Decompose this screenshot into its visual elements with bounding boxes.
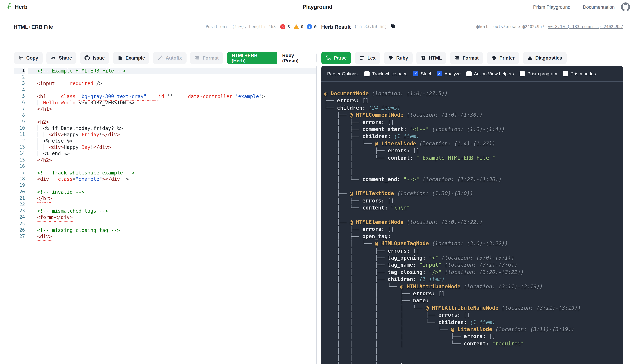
checkbox-checked-icon[interactable]: ✓ [437, 71, 442, 76]
editor-panel-title: HTML+ERB File [14, 24, 53, 30]
lex-button[interactable]: Lex [355, 52, 380, 64]
parser-option-track-whitespace[interactable]: Track whitespace [365, 71, 407, 76]
line-number: 2 [14, 74, 25, 80]
herb-playground-app: Herb Playground Prism Playground → Docum… [0, 0, 635, 364]
format-button[interactable]: Format [190, 52, 223, 64]
indent-guide [37, 125, 43, 131]
code-line: <!-- missing closing tag --> [28, 227, 316, 233]
code-line: <div>Happy Day!</div> [28, 144, 316, 150]
tree-line: │ │ └── @ HTMLOpenTagNode (location: (3:… [324, 240, 623, 247]
line-number: 23 [14, 208, 25, 214]
button-label: Format [463, 55, 479, 60]
code-line: <!-- invalid --> [28, 189, 316, 195]
indent-guide [37, 151, 43, 156]
code-line: </h2> [28, 157, 316, 163]
tree-line: │ │ │ │ ├── errors: [] [324, 333, 623, 340]
printer-button[interactable]: Printer [487, 52, 519, 64]
tree-line: │ │ ├── children: (1 item) [324, 276, 623, 283]
tree-line: │ [324, 183, 623, 190]
tree-line: ├── @ HTMLTextNode (location: (1:30)-(3:… [324, 190, 623, 197]
warning-count: 0 [301, 24, 303, 29]
editor-status: Position: (1:0), Length: 463 ✕ 5 ! 0 i 0 [206, 24, 316, 29]
tree-line: │ │ │ [324, 347, 623, 354]
html-button[interactable]: 5HTML [416, 52, 447, 64]
version-info: @herb-tools/browser@2402c957 v0.8.10 (+1… [476, 24, 623, 29]
button-label: Diagnostics [535, 55, 562, 60]
tree-line: ├── errors: [] [324, 97, 623, 104]
button-label: Parse [334, 55, 347, 60]
github-icon[interactable] [621, 2, 630, 12]
line-number: 20 [14, 189, 25, 195]
format-icon [195, 55, 200, 60]
button-label: Share [59, 55, 72, 60]
format-button[interactable]: Format [450, 52, 483, 64]
line-number: 4 [14, 87, 25, 93]
tab-html-erb-herb[interactable]: HTML+ERB (Herb) [227, 52, 277, 64]
checkbox-unchecked-icon[interactable] [365, 71, 370, 76]
tree-line: │ │ [324, 162, 623, 169]
option-label: Track whitespace [372, 71, 407, 76]
issue-button[interactable]: Issue [80, 52, 109, 64]
button-label: Lex [368, 55, 376, 60]
wand-icon [158, 55, 163, 60]
result-panel-header: Herb Result (in 33.00 ms) @herb-tools/br… [321, 22, 623, 31]
parser-option-prism-program[interactable]: Prism program [520, 71, 557, 76]
line-number: 12 [14, 138, 25, 144]
copy-button[interactable]: Copy [14, 52, 43, 64]
prism-playground-link[interactable]: Prism Playground → [533, 4, 577, 10]
code-line [28, 220, 316, 227]
checkbox-unchecked-icon[interactable] [520, 71, 525, 76]
ruby-button[interactable]: Ruby [384, 52, 413, 64]
line-number: 8 [14, 112, 25, 118]
file-icon [117, 55, 123, 60]
line-number: 22 [14, 202, 25, 208]
parser-option-action-view-helpers[interactable]: Action View helpers [466, 71, 514, 76]
parser-option-analyze[interactable]: ✓Analyze [437, 71, 461, 76]
position-label: Position: [206, 24, 228, 29]
version-link[interactable]: v0.8.10 (+183 commits) 2402c957 [548, 24, 623, 29]
parse-button[interactable]: Parse [321, 52, 351, 64]
copy-icon [391, 24, 396, 30]
header-links: Prism Playground → Documentation [533, 0, 630, 14]
tree-line: │ │ │ │ └── children: (1 item) [324, 319, 623, 326]
github-icon [85, 55, 90, 60]
tree-line: │ └── comment_end: "-->" (location: (1:2… [324, 176, 623, 183]
code-line: </h1> [28, 106, 316, 112]
checkbox-unchecked-icon[interactable] [466, 71, 472, 76]
parser-options-list: Track whitespace✓Strict✓AnalyzeAction Vi… [365, 71, 596, 76]
parser-option-strict[interactable]: ✓Strict [413, 71, 431, 76]
tree-line: │ │ │ │ └── @ HTMLAttributeNameNode (loc… [324, 304, 623, 312]
example-button[interactable]: Example [113, 52, 150, 64]
code-line: <% else %> [28, 138, 316, 144]
parser-option-prism-nodes[interactable]: Prism nodes [563, 71, 596, 76]
code-editor[interactable]: 1234567891011121314151617181920212223242… [14, 66, 316, 364]
checkbox-checked-icon[interactable]: ✓ [413, 71, 418, 76]
ast-tree: @ DocumentNode (location: (1:0)-(27:5))├… [321, 82, 623, 364]
tab-ruby-prism[interactable]: Ruby (Prism) [277, 52, 316, 64]
documentation-link[interactable]: Documentation [583, 4, 615, 10]
tree-line: │ │ ├── tag_closing: "/>" (location: (3:… [324, 269, 623, 276]
button-label: Printer [499, 55, 515, 60]
indent-guide [37, 138, 43, 144]
checkbox-unchecked-icon[interactable] [563, 71, 568, 76]
tree-line: │ ├── errors: [] [324, 197, 623, 204]
code-line: <h2> [28, 118, 316, 125]
code-line [28, 182, 316, 189]
parser-options-label: Parser Options: [327, 71, 359, 76]
tree-line: │ │ │ └── @ HTMLAttributeNode (location:… [324, 283, 623, 290]
info-badge: i 0 [307, 24, 316, 29]
option-label: Prism program [527, 71, 557, 76]
code-line: <!-- Track whitespace example --> [28, 170, 316, 176]
copy-result-button[interactable] [391, 24, 396, 30]
code-line: <input required /> [28, 80, 316, 87]
diagnostics-button[interactable]: Diagnostics [523, 52, 567, 64]
tree-line: │ │ ├── tag_opening: "<" (location: (3:0… [324, 254, 623, 262]
autofix-button[interactable]: Autofix [153, 52, 187, 64]
share-button[interactable]: Share [46, 52, 77, 64]
tree-icon [326, 55, 331, 60]
tree-line: │ ├── open_tag: [324, 233, 623, 240]
line-number: 16 [14, 163, 25, 170]
indent-guide [37, 144, 43, 150]
code-line [28, 87, 316, 93]
info-count: 0 [314, 24, 316, 29]
